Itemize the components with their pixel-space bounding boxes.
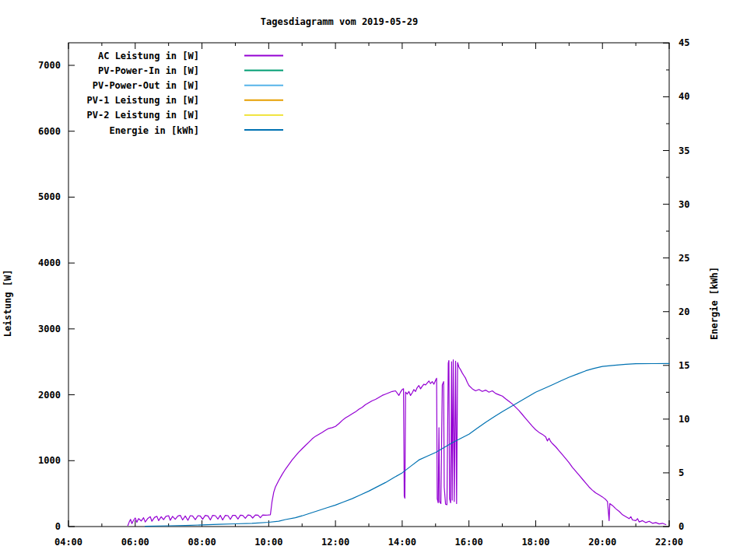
y2-axis-label: Energie [kWh] <box>709 267 720 340</box>
y2-tick-label: 5 <box>679 467 684 478</box>
x-tick-label: 20:00 <box>588 537 616 548</box>
y-tick-label: 3000 <box>38 324 61 334</box>
series-energie-line <box>146 363 669 526</box>
y-axis-label: Leistung [W] <box>2 270 13 338</box>
legend-item-pv-power-in: PV-Power-In in [W] <box>98 65 283 76</box>
legend-label: PV-1 Leistung in [W] <box>87 95 200 106</box>
chart-page: Tagesdiagramm vom 2019-05-29 Leistung [W… <box>0 0 747 560</box>
x-tick-label: 08:00 <box>188 537 216 548</box>
y-tick-label: 1000 <box>38 455 61 466</box>
legend-item-ac-leistung: AC Leistung in [W] <box>98 51 283 61</box>
y2-tick-label: 20 <box>679 306 689 317</box>
x-tick-label: 10:00 <box>254 537 282 548</box>
legend-label: PV-Power-In in [W] <box>98 65 199 76</box>
y-tick-label: 4000 <box>38 257 61 268</box>
x-tick-label: 14:00 <box>388 537 416 548</box>
x-tick-label: 04:00 <box>54 537 82 548</box>
series-lines <box>128 360 669 527</box>
legend-item-pv-2-leistung: PV-2 Leistung in [W] <box>87 110 284 121</box>
tagesdiagramm-chart: Tagesdiagramm vom 2019-05-29 Leistung [W… <box>0 0 747 560</box>
legend-item-energie: Energie in [kWh] <box>109 125 283 136</box>
y-tick-label: 5000 <box>38 191 61 202</box>
y-tick-label: 2000 <box>38 390 61 401</box>
y-tick-label: 0 <box>55 521 61 532</box>
y2-tick-label: 45 <box>679 37 689 48</box>
x-tick-label: 06:00 <box>121 537 149 548</box>
y-tick-label: 6000 <box>38 126 61 137</box>
legend-label: PV-Power-Out in [W] <box>93 80 199 91</box>
y2-tick-label: 35 <box>679 145 689 156</box>
y2-tick-label: 15 <box>679 360 689 371</box>
x-tick-label: 12:00 <box>321 537 349 548</box>
legend-label: PV-2 Leistung in [W] <box>87 110 200 121</box>
y2-tick-label: 10 <box>679 414 689 425</box>
series-ac-leistung-line <box>128 360 665 526</box>
x-tick-label: 16:00 <box>455 537 483 548</box>
x-tick-label: 22:00 <box>655 537 683 548</box>
chart-title: Tagesdiagramm vom 2019-05-29 <box>261 16 418 27</box>
x-tick-label: 18:00 <box>521 537 549 548</box>
legend-label: Energie in [kWh] <box>109 125 199 136</box>
y-tick-label: 7000 <box>38 60 61 71</box>
legend-item-pv-power-out: PV-Power-Out in [W] <box>93 80 283 91</box>
legend: AC Leistung in [W]PV-Power-In in [W]PV-P… <box>87 51 284 136</box>
legend-item-pv-1-leistung: PV-1 Leistung in [W] <box>87 95 284 106</box>
y2-tick-label: 40 <box>679 91 689 102</box>
y2-tick-label: 30 <box>679 199 689 210</box>
y2-tick-label: 25 <box>679 253 689 264</box>
y2-tick-label: 0 <box>679 521 684 532</box>
legend-label: AC Leistung in [W] <box>98 51 199 61</box>
